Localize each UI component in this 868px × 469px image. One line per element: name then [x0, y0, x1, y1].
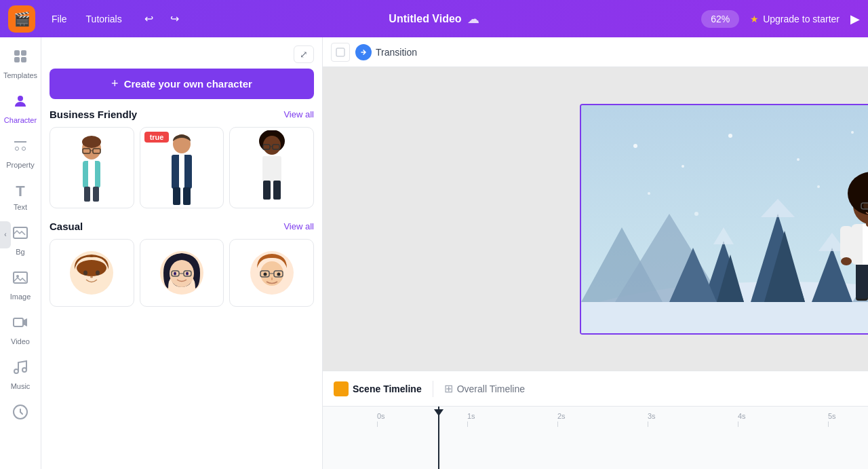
- timeline-controls: Scene Timeline ⊞ Overall Timeline ⏮ ▶: [323, 371, 868, 407]
- project-title: Untitled Video: [389, 13, 461, 25]
- timeline-ruler: 0s 1s 2s 3s 4s 5s: [323, 407, 868, 469]
- expand-row: ⤢: [50, 45, 314, 63]
- ruler-2s: 2s: [557, 412, 648, 420]
- casual-section-title: Casual: [50, 221, 83, 232]
- file-menu[interactable]: File: [43, 10, 75, 29]
- zoom-control[interactable]: 62%: [701, 10, 739, 28]
- expand-button[interactable]: ⤢: [294, 45, 314, 63]
- svg-point-76: [682, 165, 684, 168]
- svg-rect-3: [21, 57, 26, 62]
- scene-timeline-tab[interactable]: Scene Timeline: [334, 381, 422, 396]
- sidebar-label-templates: Templates: [3, 71, 37, 79]
- transition-label: Transition: [376, 47, 417, 58]
- sidebar-item-templates[interactable]: Templates: [0, 43, 41, 85]
- business-characters-grid: true: [50, 127, 314, 208]
- svg-point-75: [633, 144, 637, 148]
- timeline-area: Scene Timeline ⊞ Overall Timeline ⏮ ▶: [323, 371, 868, 469]
- svg-rect-93: [840, 226, 852, 260]
- scene-timeline-label: Scene Timeline: [353, 383, 422, 394]
- app-logo[interactable]: 🎬: [8, 5, 35, 33]
- svg-rect-0: [14, 50, 20, 56]
- character-card-c1[interactable]: [50, 239, 134, 307]
- svg-point-42: [90, 276, 93, 278]
- menu-bar: File Tutorials: [43, 10, 130, 29]
- business-view-all-button[interactable]: View all: [283, 109, 314, 119]
- svg-rect-2: [14, 57, 20, 62]
- upgrade-button[interactable]: ★ Upgrade to starter: [750, 14, 840, 24]
- svg-point-85: [694, 212, 698, 216]
- svg-point-48: [174, 272, 176, 276]
- image-icon: [12, 269, 28, 290]
- character-card-bf3[interactable]: [229, 127, 314, 208]
- svg-rect-20: [93, 187, 99, 202]
- sidebar-label-bg: Bg: [16, 248, 24, 256]
- sidebar-item-property[interactable]: Property: [0, 132, 41, 174]
- character-card-c2[interactable]: [140, 239, 224, 307]
- character-card-bf1[interactable]: [50, 127, 134, 208]
- svg-point-9: [14, 369, 18, 373]
- scene-timeline-icon: [334, 381, 349, 396]
- canvas-frame: 🎬 Made with Animaker: [580, 104, 869, 335]
- sidebar-item-image[interactable]: Image: [0, 264, 41, 306]
- ruler-marks: 0s 1s 2s 3s 4s 5s: [323, 407, 868, 420]
- sidebar-item-character[interactable]: Character: [0, 88, 41, 130]
- svg-rect-36: [263, 181, 271, 200]
- svg-rect-37: [273, 181, 281, 200]
- svg-point-78: [797, 158, 800, 161]
- sidebar-item-music[interactable]: Music: [0, 354, 41, 396]
- music-icon: [12, 359, 28, 379]
- svg-rect-25: [179, 155, 184, 190]
- casual-view-all-button[interactable]: View all: [283, 221, 314, 231]
- svg-point-55: [263, 273, 267, 276]
- character-card-bf2[interactable]: true: [140, 127, 224, 208]
- business-section-title: Business Friendly: [50, 109, 137, 120]
- new-badge: true: [144, 132, 170, 143]
- create-character-button[interactable]: + Create your own character: [50, 69, 314, 99]
- svg-point-40: [83, 271, 87, 276]
- scene-checkbox[interactable]: [331, 43, 350, 62]
- playhead[interactable]: [438, 407, 439, 469]
- preview-play-icon[interactable]: ▶: [850, 12, 860, 26]
- svg-point-83: [817, 185, 820, 188]
- sidebar: Templates Character Property T Text Bg: [0, 37, 41, 469]
- title-area: Untitled Video ☁: [389, 12, 479, 26]
- svg-point-39: [77, 260, 106, 276]
- transition-tab[interactable]: Transition: [355, 44, 417, 60]
- overall-timeline-tab[interactable]: ⊞ Overall Timeline: [444, 382, 525, 395]
- character-panel: ⤢ + Create your own character Business F…: [41, 37, 323, 469]
- topbar-right: 62% ★ Upgrade to starter ▶: [701, 10, 860, 28]
- svg-rect-29: [183, 187, 191, 205]
- video-canvas[interactable]: 🎬 Made with Animaker: [323, 67, 868, 371]
- ruler-0s: 0s: [377, 412, 467, 420]
- ruler-1s: 1s: [467, 412, 557, 420]
- undo-redo: ↩ ↪: [138, 8, 186, 30]
- tab-bar: Transition: [323, 37, 868, 67]
- tutorials-menu[interactable]: Tutorials: [78, 10, 130, 29]
- topbar: 🎬 File Tutorials ↩ ↪ Untitled Video ☁ 62…: [0, 0, 868, 37]
- svg-rect-1: [21, 50, 26, 56]
- sidebar-label-property: Property: [6, 161, 35, 169]
- svg-point-10: [22, 368, 26, 372]
- character-card-c3[interactable]: [229, 239, 314, 307]
- svg-point-77: [728, 134, 732, 138]
- svg-rect-18: [88, 161, 95, 188]
- right-area: Transition: [323, 37, 868, 469]
- sidebar-item-text[interactable]: T Text: [0, 177, 41, 217]
- video-icon: [12, 314, 28, 335]
- main-layout: Templates Character Property T Text Bg: [0, 37, 868, 469]
- svg-rect-35: [262, 156, 281, 182]
- collapse-panel-button[interactable]: ‹: [0, 221, 11, 248]
- ruler-4s: 4s: [738, 412, 828, 420]
- sidebar-item-more[interactable]: [0, 398, 41, 430]
- casual-characters-grid: [50, 239, 314, 307]
- undo-button[interactable]: ↩: [138, 8, 160, 30]
- redo-button[interactable]: ↪: [164, 8, 186, 30]
- svg-point-49: [186, 272, 189, 276]
- star-icon: ★: [750, 14, 759, 24]
- sidebar-item-video[interactable]: Video: [0, 309, 41, 351]
- bg-icon: [12, 225, 28, 245]
- sidebar-label-video: Video: [11, 337, 30, 345]
- text-icon: T: [16, 183, 24, 200]
- svg-point-86: [851, 131, 854, 134]
- svg-rect-92: [863, 224, 869, 265]
